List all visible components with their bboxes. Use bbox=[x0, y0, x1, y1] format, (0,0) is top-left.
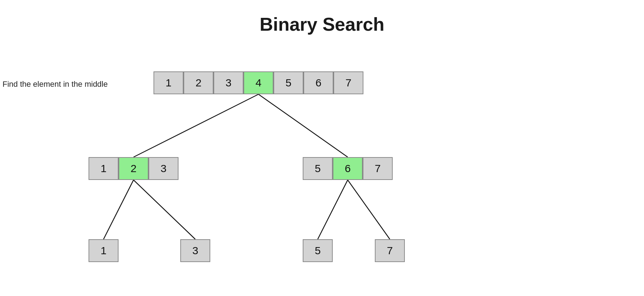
cell-l0-5: 6 bbox=[303, 71, 333, 94]
cell-l0-4: 5 bbox=[273, 71, 303, 94]
cell-l0-0: 1 bbox=[154, 71, 183, 94]
level2-lr-array: 3 bbox=[180, 239, 210, 262]
svg-line-1 bbox=[258, 94, 348, 157]
cell-l1r-2: 7 bbox=[363, 157, 393, 180]
svg-line-2 bbox=[104, 180, 134, 239]
instruction-text: Find the element in the middle bbox=[2, 80, 108, 89]
cell-l0-3-highlight: 4 bbox=[243, 71, 273, 94]
cell-l1l-2: 3 bbox=[149, 157, 178, 180]
cell-l1r-1-highlight: 6 bbox=[333, 157, 363, 180]
cell-l2ll-0: 1 bbox=[89, 239, 119, 262]
cell-l0-1: 2 bbox=[183, 71, 213, 94]
page-title: Binary Search bbox=[0, 0, 644, 35]
level2-ll-array: 1 bbox=[89, 239, 119, 262]
cell-l2rr-0: 7 bbox=[375, 239, 405, 262]
cell-l0-2: 3 bbox=[213, 71, 243, 94]
cell-l1l-1-highlight: 2 bbox=[119, 157, 149, 180]
cell-l2lr-0: 3 bbox=[180, 239, 210, 262]
level2-rl-array: 5 bbox=[303, 239, 333, 262]
level1-left-array: 1 2 3 bbox=[89, 157, 178, 180]
svg-line-0 bbox=[134, 94, 258, 157]
cell-l0-6: 7 bbox=[333, 71, 363, 94]
svg-line-4 bbox=[318, 180, 348, 239]
svg-line-5 bbox=[348, 180, 390, 239]
level2-rr-array: 7 bbox=[375, 239, 405, 262]
diagram-area: Find the element in the middle 1 2 3 4 5… bbox=[0, 46, 644, 296]
svg-line-3 bbox=[134, 180, 195, 239]
level1-right-array: 5 6 7 bbox=[303, 157, 393, 180]
level0-array: 1 2 3 4 5 6 7 bbox=[154, 71, 363, 94]
cell-l1l-0: 1 bbox=[89, 157, 119, 180]
cell-l2rl-0: 5 bbox=[303, 239, 333, 262]
cell-l1r-0: 5 bbox=[303, 157, 333, 180]
